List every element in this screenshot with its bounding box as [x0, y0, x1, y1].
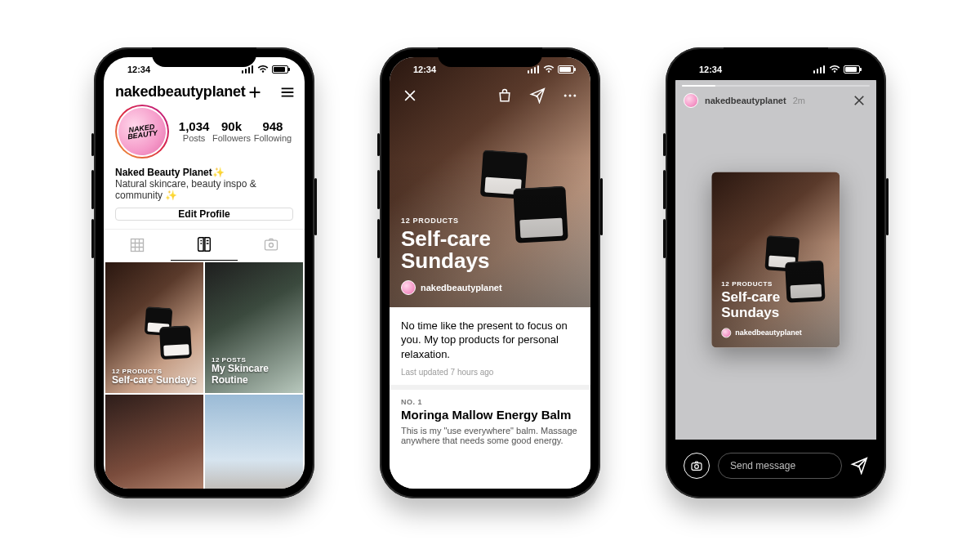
edit-profile-button[interactable]: Edit Profile — [115, 208, 293, 221]
sparkle-icon: ✨ — [212, 167, 225, 178]
tab-tagged[interactable] — [238, 230, 305, 261]
send-icon[interactable] — [850, 457, 868, 475]
status-time: 12:34 — [120, 65, 158, 74]
profile-tabs — [104, 229, 305, 261]
story-frame[interactable]: nakedbeautyplanet 2m 12 PRODUCTS Self-ca… — [675, 80, 876, 440]
svg-point-6 — [564, 94, 567, 96]
svg-point-10 — [695, 464, 699, 468]
phone-profile: 12:34 nakedbeautyplanet NAKED BEAUTY 1,0… — [94, 47, 314, 498]
phone-guide-detail: 12:34 12 PRODUCTS Self-care Sundays — [380, 47, 600, 498]
status-time: 12:34 — [692, 65, 729, 74]
reply-input[interactable]: Send message — [718, 453, 842, 479]
svg-point-7 — [569, 94, 572, 96]
close-icon[interactable] — [850, 92, 868, 109]
guide-tile-4[interactable] — [205, 395, 303, 489]
close-icon[interactable] — [401, 87, 419, 105]
story-guide-card[interactable]: 12 PRODUCTS Self-care Sundays nakedbeaut… — [711, 172, 840, 347]
device-notch — [152, 47, 256, 67]
guide-author[interactable]: nakedbeautyplanet — [401, 280, 579, 295]
battery-icon — [558, 65, 574, 74]
device-notch — [438, 47, 542, 67]
display-name: Naked Beauty Planet — [115, 167, 212, 178]
device-notch — [724, 47, 828, 67]
profile-username[interactable]: nakedbeautyplanet — [115, 83, 246, 101]
more-icon[interactable] — [561, 87, 579, 105]
menu-icon[interactable] — [278, 83, 296, 101]
svg-point-2 — [270, 243, 274, 247]
svg-rect-1 — [265, 240, 278, 250]
svg-rect-9 — [692, 462, 702, 470]
bio-description: Natural skincare, beauty inspo & communi… — [115, 178, 293, 201]
guide-count: 12 PRODUCTS — [401, 217, 579, 225]
guide-tile-3[interactable] — [105, 395, 203, 489]
shop-icon[interactable] — [496, 87, 514, 105]
story-progress — [682, 85, 870, 87]
story-age: 2m — [793, 96, 805, 105]
new-post-icon[interactable] — [246, 83, 264, 101]
share-icon[interactable] — [528, 87, 546, 105]
tab-guides[interactable] — [171, 230, 238, 261]
story-avatar[interactable] — [684, 93, 698, 108]
camera-button[interactable] — [684, 453, 710, 479]
battery-icon — [272, 65, 288, 74]
wifi-icon — [543, 65, 555, 74]
guide-item-1[interactable]: NO. 1 Moringa Mallow Energy Balm This is… — [390, 390, 590, 453]
phone-story: 12:34 nakedbeautyplanet 2m 12 PRODUCTS — [666, 47, 886, 498]
status-time: 12:34 — [406, 65, 443, 74]
guide-description: No time like the present to focus on you… — [390, 307, 590, 369]
guide-tile-1[interactable]: 12 PRODUCTSSelf-care Sundays — [105, 262, 203, 393]
card-author-avatar — [721, 328, 731, 337]
stat-following[interactable]: 948Following — [254, 119, 292, 143]
svg-point-8 — [573, 94, 576, 96]
story-author[interactable]: nakedbeautyplanet — [705, 96, 786, 105]
author-avatar — [401, 280, 416, 295]
stat-posts[interactable]: 1,034Posts — [179, 119, 210, 143]
guide-header: 12 PRODUCTS Self-care Sundays nakedbeaut… — [401, 217, 579, 296]
tab-grid[interactable] — [104, 230, 171, 261]
guide-title: Self-care Sundays — [401, 228, 579, 273]
stat-followers[interactable]: 90kFollowers — [212, 119, 251, 143]
guide-updated: Last updated 7 hours ago — [390, 368, 590, 385]
profile-avatar[interactable]: NAKED BEAUTY — [115, 105, 169, 159]
guide-tile-2[interactable]: 12 POSTSMy Skincare Routine — [205, 262, 303, 393]
profile-header: nakedbeautyplanet — [104, 83, 305, 101]
wifi-icon — [257, 65, 269, 74]
battery-icon — [844, 65, 860, 74]
wifi-icon — [829, 65, 840, 74]
svg-rect-0 — [131, 239, 144, 251]
